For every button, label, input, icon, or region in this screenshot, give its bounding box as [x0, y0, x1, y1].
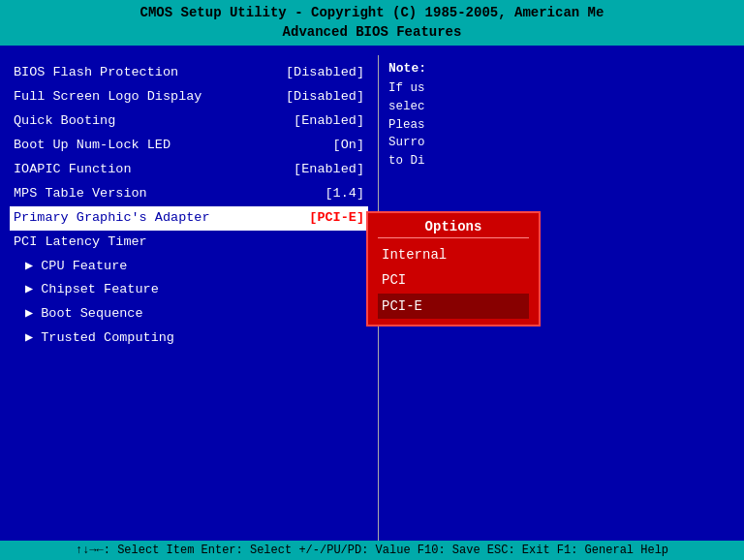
menu-item-9[interactable]: ▶ Chipset Feature	[10, 278, 368, 302]
bottom-keys: ↑↓→←: Select Item Enter: Select +/-/PU/P…	[76, 544, 668, 557]
popup-option-0[interactable]: Internal	[378, 242, 529, 267]
menu-item-label-10: ▶ Boot Sequence	[25, 304, 143, 325]
note-title: Note:	[388, 61, 734, 76]
menu-item-3[interactable]: Boot Up Num-Lock LED[On]	[10, 134, 368, 158]
menu-item-value-0: [Disabled]	[286, 63, 364, 83]
menu-item-label-11: ▶ Trusted Computing	[25, 328, 174, 349]
header-line1: CMOS Setup Utility - Copyright (C) 1985-…	[0, 4, 744, 23]
popup-option-1[interactable]: PCI	[378, 267, 529, 293]
note-text: If usselecPleasSurroto Di	[388, 79, 734, 171]
menu-item-0[interactable]: BIOS Flash Protection[Disabled]	[10, 61, 368, 85]
menu-item-label-2: Quick Booting	[14, 111, 115, 132]
popup-title: Options	[378, 219, 529, 238]
bottom-bar: ↑↓→←: Select Item Enter: Select +/-/PU/P…	[0, 541, 744, 560]
menu-item-1[interactable]: Full Screen Logo Display[Disabled]	[10, 85, 368, 109]
menu-item-value-5: [1.4]	[325, 184, 364, 204]
menu-item-value-1: [Disabled]	[286, 87, 364, 108]
menu-item-8[interactable]: ▶ CPU Feature	[10, 255, 368, 279]
menu-item-2[interactable]: Quick Booting[Enabled]	[10, 109, 368, 134]
left-panel: BIOS Flash Protection[Disabled]Full Scre…	[0, 55, 378, 551]
header-bar: CMOS Setup Utility - Copyright (C) 1985-…	[0, 0, 744, 46]
menu-item-value-4: [Enabled]	[294, 160, 364, 180]
header-line2: Advanced BIOS Features	[0, 23, 744, 43]
menu-item-5[interactable]: MPS Table Version[1.4]	[10, 182, 368, 206]
menu-item-label-4: IOAPIC Function	[14, 160, 132, 180]
menu-item-11[interactable]: ▶ Trusted Computing	[10, 327, 368, 351]
menu-item-label-5: MPS Table Version	[14, 184, 147, 204]
popup-option-2[interactable]: PCI-E	[378, 294, 529, 319]
menu-item-label-3: Boot Up Num-Lock LED	[14, 136, 170, 156]
menu-item-value-3: [On]	[333, 136, 364, 156]
menu-item-label-0: BIOS Flash Protection	[14, 63, 178, 83]
menu-item-6[interactable]: Primary Graphic's Adapter[PCI-E]	[10, 206, 368, 231]
menu-item-label-9: ▶ Chipset Feature	[25, 280, 159, 300]
menu-item-7[interactable]: PCI Latency Timer	[10, 231, 368, 255]
menu-item-4[interactable]: IOAPIC Function[Enabled]	[10, 158, 368, 182]
menu-item-value-2: [Enabled]	[294, 111, 364, 132]
options-popup: Options InternalPCIPCI-E	[366, 211, 541, 327]
menu-item-value-6: [PCI-E]	[309, 208, 364, 229]
menu-item-label-7: PCI Latency Timer	[14, 233, 147, 253]
menu-item-10[interactable]: ▶ Boot Sequence	[10, 302, 368, 327]
menu-item-label-6: Primary Graphic's Adapter	[14, 208, 210, 229]
menu-item-label-8: ▶ CPU Feature	[25, 257, 127, 277]
menu-item-label-1: Full Screen Logo Display	[14, 87, 202, 108]
